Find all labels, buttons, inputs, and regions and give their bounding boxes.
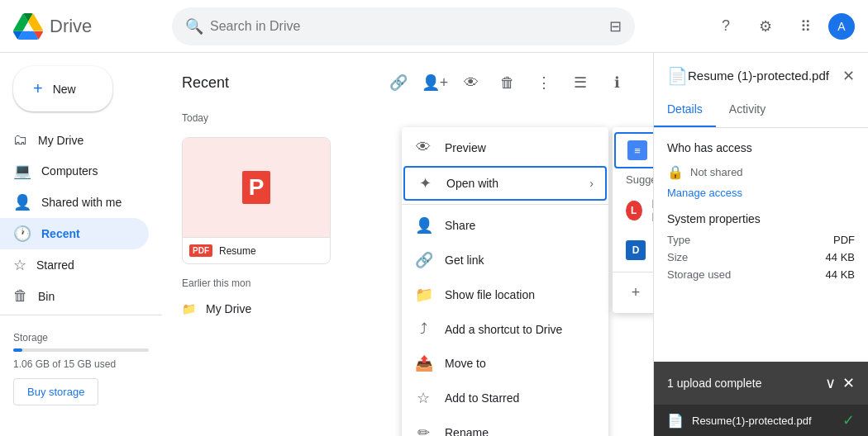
logo-area: Drive <box>13 12 162 41</box>
settings-button[interactable]: ⚙ <box>749 10 782 43</box>
submenu: ≡ Google Docs Suggested apps L Lumin PDF… <box>613 127 653 313</box>
sidebar: + New 🗂 My Drive 💻 Computers 👤 Shared wi… <box>0 53 162 436</box>
access-row: 🔒 Not shared <box>667 164 855 180</box>
upload-complete-text: 1 upload complete <box>667 377 825 390</box>
tab-details[interactable]: Details <box>654 92 716 127</box>
filter-icon[interactable]: ⊟ <box>609 17 622 36</box>
star-icon: ☆ <box>415 389 432 407</box>
panel-header: 📄 Resume (1)-protected.pdf ✕ <box>654 53 868 92</box>
help-button[interactable]: ? <box>709 10 742 43</box>
move-icon: 📤 <box>415 354 432 372</box>
prop-type-val: PDF <box>833 234 855 246</box>
sidebar-item-starred[interactable]: ☆ Starred <box>0 249 149 281</box>
submenu-sep <box>613 272 653 272</box>
not-shared-text: Not shared <box>690 166 743 178</box>
link-icon: 🔗 <box>415 251 432 269</box>
ctx-move-to[interactable]: 📤 Move to <box>402 346 608 381</box>
new-button[interactable]: + New <box>13 66 112 111</box>
ctx-share-label: Share <box>445 219 595 232</box>
suggested-apps-label: Suggested apps <box>613 170 653 189</box>
lumin-icon: L <box>626 201 642 220</box>
page-title: Recent <box>182 74 229 92</box>
main-layout: + New 🗂 My Drive 💻 Computers 👤 Shared wi… <box>0 53 868 436</box>
toolbar-icons: 🔗 👤+ 👁 🗑 ⋮ ☰ ℹ <box>382 66 633 99</box>
lock-icon: 🔒 <box>667 164 684 180</box>
sidebar-item-bin[interactable]: 🗑 Bin <box>0 281 149 311</box>
topbar: Drive 🔍 ⊟ ? ⚙ ⠿ A <box>0 0 868 53</box>
who-has-access-title: Who has access <box>667 141 855 154</box>
add-people-button[interactable]: 👤+ <box>418 66 451 99</box>
ctx-rename[interactable]: ✏ Rename <box>402 415 608 436</box>
ctx-move-label: Move to <box>445 357 595 370</box>
submenu-dochub[interactable]: D DocHub - PDF Sign and Edit <box>613 232 653 268</box>
ctx-starred-label: Add to Starred <box>445 391 595 405</box>
ctx-get-link[interactable]: 🔗 Get link <box>402 243 608 277</box>
lumin-label: Lumin PDF - Edit or Sign Documents <box>652 197 654 224</box>
drive-logo-icon <box>13 12 43 41</box>
preview-button[interactable]: 👁 <box>455 66 488 99</box>
sidebar-item-computers[interactable]: 💻 Computers <box>0 155 149 187</box>
shortcut-icon: ⤴ <box>415 320 432 338</box>
sidebar-item-recent[interactable]: 🕐 Recent <box>0 218 149 249</box>
prop-storage-key: Storage used <box>667 268 731 281</box>
trash-button[interactable]: 🗑 <box>491 66 524 99</box>
storage-bar-fill <box>13 348 22 352</box>
ctx-add-shortcut[interactable]: ⤴ Add a shortcut to Drive <box>402 312 608 346</box>
system-props-title: System properties <box>667 212 855 225</box>
storage-bar-bg <box>13 348 149 352</box>
open-with-icon: ✦ <box>417 174 433 192</box>
prop-size-val: 44 KB <box>826 251 855 263</box>
link-button[interactable]: 🔗 <box>382 66 415 99</box>
google-docs-icon: ≡ <box>627 140 647 160</box>
ctx-show-location[interactable]: 📁 Show file location <box>402 277 608 312</box>
connect-more-apps[interactable]: + Connect more apps <box>613 276 653 310</box>
ctx-add-shortcut-label: Add a shortcut to Drive <box>445 323 595 336</box>
new-button-label: New <box>53 83 76 96</box>
buy-storage-button[interactable]: Buy storage <box>13 378 98 405</box>
bin-icon: 🗑 <box>13 287 28 305</box>
prop-type: Type PDF <box>667 234 855 246</box>
upload-close-button[interactable]: ✕ <box>842 374 855 392</box>
tab-activity[interactable]: Activity <box>716 92 779 127</box>
avatar[interactable]: A <box>828 13 855 40</box>
upload-file-icon: 📄 <box>667 413 684 429</box>
ctx-rename-label: Rename <box>445 426 595 436</box>
sidebar-item-label: Starred <box>36 258 74 272</box>
edit-icon: ✏ <box>415 424 432 436</box>
recent-icon: 🕐 <box>13 225 31 243</box>
submenu-google-docs[interactable]: ≡ Google Docs <box>614 132 653 168</box>
upload-check-icon: ✓ <box>842 411 855 429</box>
ctx-sep-1 <box>402 204 608 205</box>
file-card-resume[interactable]: P PDF Resume <box>182 137 331 264</box>
list-view-button[interactable]: ☰ <box>564 66 597 99</box>
manage-access-link[interactable]: Manage access <box>667 187 855 199</box>
prop-type-key: Type <box>667 234 690 246</box>
panel-tabs: Details Activity <box>654 92 868 128</box>
ctx-open-with-label: Open with <box>446 177 576 190</box>
computers-icon: 💻 <box>13 162 31 180</box>
info-button[interactable]: ℹ <box>600 66 633 99</box>
ctx-preview[interactable]: 👁 Preview <box>402 130 608 164</box>
panel-close-button[interactable]: ✕ <box>842 67 855 85</box>
ctx-open-with[interactable]: ✦ Open with › <box>403 166 607 201</box>
ctx-show-location-label: Show file location <box>445 288 595 301</box>
upload-collapse-button[interactable]: ∨ <box>825 374 836 392</box>
sidebar-item-label: Computers <box>41 164 98 178</box>
folder-icon: 📁 <box>415 286 432 304</box>
search-bar[interactable]: 🔍 ⊟ <box>172 7 635 45</box>
ctx-share[interactable]: 👤 Share <box>402 208 608 243</box>
preview-icon: 👁 <box>415 139 432 156</box>
ctx-get-link-label: Get link <box>445 254 595 267</box>
apps-button[interactable]: ⠿ <box>789 10 822 43</box>
submenu-lumin[interactable]: L Lumin PDF - Edit or Sign Documents <box>613 189 653 232</box>
more-button[interactable]: ⋮ <box>527 66 560 99</box>
my-drive-icon: 🗂 <box>13 131 28 149</box>
sidebar-item-shared[interactable]: 👤 Shared with me <box>0 187 149 218</box>
starred-icon: ☆ <box>13 256 26 274</box>
search-input[interactable] <box>210 19 603 34</box>
ctx-add-starred[interactable]: ☆ Add to Starred <box>402 381 608 415</box>
prop-storage: Storage used 44 KB <box>667 268 855 281</box>
sidebar-item-label: Recent <box>41 227 80 240</box>
content-header: Recent 🔗 👤+ 👁 🗑 ⋮ ☰ ℹ <box>162 53 653 106</box>
sidebar-item-my-drive[interactable]: 🗂 My Drive <box>0 125 149 155</box>
